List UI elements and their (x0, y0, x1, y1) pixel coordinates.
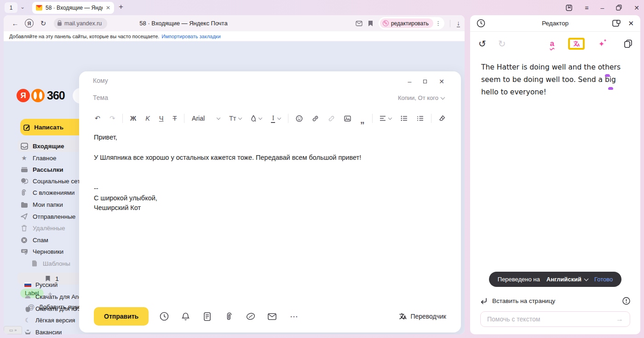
back-icon[interactable]: ← (8, 19, 22, 27)
window-minimize-icon[interactable]: – (600, 4, 604, 12)
tab-counter[interactable]: 1 (5, 2, 17, 13)
spam-icon (21, 237, 28, 244)
sidebar-item-templates[interactable]: Шаблоны (30, 258, 70, 269)
folder-label: С вложениями (33, 189, 75, 196)
inbox-icon (21, 143, 28, 150)
envelope-icon[interactable] (261, 313, 283, 320)
template-icon[interactable] (196, 312, 218, 321)
body-line: Чеширский Кот (94, 203, 443, 213)
collapsed-widget[interactable]: ▭» (4, 326, 22, 334)
clear-format-button[interactable] (434, 115, 450, 122)
url-field[interactable]: mail.yandex.ru (54, 18, 107, 29)
done-button[interactable]: Готово (594, 276, 613, 283)
notify-bell-icon[interactable] (175, 312, 196, 321)
quote-button[interactable]: „ (356, 115, 369, 122)
light-version-link[interactable]: ☾ Лёгкая версия (24, 315, 75, 325)
language-switch[interactable]: Русский (24, 280, 58, 290)
translator-button[interactable]: Переводчик (398, 312, 446, 321)
sidebar-item-trash[interactable]: Удалённые (20, 222, 65, 233)
editor-undo-icon[interactable]: ↺ (478, 38, 486, 49)
attach-file-icon[interactable] (218, 312, 240, 321)
compose-minimize-icon[interactable]: – (408, 78, 411, 85)
submit-arrow-icon[interactable]: → (616, 315, 623, 323)
send-button[interactable]: Отправить (94, 307, 149, 326)
text-color-select[interactable]: I (266, 114, 285, 123)
sidebar-item-social[interactable]: Социальные сети (20, 175, 84, 186)
format-toolbar: ↶ ↷ Ж K Ч T Arial Tт I „ (90, 110, 450, 127)
open-in-window-icon[interactable] (612, 20, 621, 27)
ai-prompt-field[interactable]: → (480, 311, 630, 327)
tab-close-icon[interactable]: ✕ (106, 5, 110, 11)
insert-to-page-button[interactable]: Вставить на страницу (480, 297, 630, 305)
compose-close-icon[interactable]: ✕ (439, 78, 444, 85)
italic-button[interactable]: K (141, 115, 155, 122)
font-family-select[interactable]: Arial (187, 115, 224, 122)
folder-label: Отправленные (33, 213, 75, 220)
ai-prompt-input[interactable] (487, 315, 616, 323)
numbered-list-button[interactable] (412, 116, 428, 121)
fill-color-select[interactable] (246, 115, 266, 122)
browser-tab[interactable]: 58 · Входящие — Яндек ✕ (32, 2, 114, 14)
sidebar-item-main[interactable]: ★ Главное (20, 152, 57, 163)
spellcheck-icon[interactable]: a (550, 39, 554, 48)
yandex360-logo[interactable]: Я 360 (17, 89, 65, 102)
bold-button[interactable]: Ж (126, 115, 141, 122)
sidebar-item-spam[interactable]: Спам (20, 234, 48, 245)
message-body[interactable]: Привет, У Шляпника все хорошо у остальны… (94, 133, 443, 213)
sidebar-item-inbox[interactable]: Входящие (20, 140, 64, 152)
edit-mode-button[interactable]: ✎ редактировать (380, 18, 433, 28)
subject-field[interactable]: Тема (93, 94, 108, 101)
strikethrough-button[interactable]: T (168, 115, 182, 122)
footer-label: Русский (35, 281, 58, 288)
cc-from-toggle[interactable]: Копии, От кого (398, 94, 444, 101)
tab-list-chevron-icon[interactable]: ⌄ (20, 4, 25, 10)
font-size-select[interactable]: Tт (224, 115, 247, 122)
bookmark-icon[interactable] (368, 20, 373, 27)
download-ios-link[interactable]: Скачать для iOS (24, 303, 81, 314)
vacancies-link[interactable]: Вакансии (24, 327, 62, 334)
new-tab-button[interactable]: + (119, 2, 123, 12)
editor-redo-icon[interactable]: ↻ (498, 38, 506, 49)
more-options-icon[interactable]: ⋯ (283, 312, 305, 321)
translated-text[interactable]: The Hatter is doing well and the others … (470, 56, 640, 99)
info-icon[interactable] (622, 297, 630, 305)
cursor-marker (605, 74, 610, 77)
insert-image-button[interactable] (339, 116, 356, 122)
sidebar-item-my-folders[interactable]: Мои папки (20, 199, 63, 210)
mail-notify-icon[interactable] (356, 21, 362, 26)
edit-more-icon[interactable]: ⋮ (435, 20, 443, 27)
paper-plane-icon (21, 213, 28, 220)
compose-expand-icon[interactable] (423, 80, 427, 83)
sidebar-item-attachments[interactable]: С вложениями (20, 187, 75, 198)
underline-button[interactable]: Ч (155, 115, 168, 122)
logo-360-circle (31, 89, 45, 102)
window-close-icon[interactable]: ✕ (634, 4, 639, 12)
undo-icon[interactable]: ↶ (90, 115, 105, 122)
emoji-button[interactable] (291, 115, 307, 122)
sidebar-item-sent[interactable]: Отправленные (20, 211, 75, 222)
unlink-button[interactable] (323, 115, 339, 122)
copy-icon[interactable] (624, 40, 632, 48)
yandex-button[interactable]: Я (25, 19, 34, 28)
apple-icon (25, 305, 31, 312)
menu-icon[interactable]: ≡ (585, 4, 588, 12)
sidebar-item-newsletters[interactable]: Рассылки (20, 164, 63, 175)
bullet-list-button[interactable] (396, 116, 412, 121)
import-bookmarks-link[interactable]: Импортировать закладки (161, 34, 220, 39)
link-button[interactable] (307, 115, 323, 122)
redo-icon[interactable]: ↷ (105, 115, 120, 122)
font-name: Arial (192, 115, 205, 122)
panel-bookmark-icon[interactable] (565, 4, 573, 12)
sidebar-item-drafts[interactable]: Черновики (20, 246, 63, 257)
align-select[interactable] (375, 116, 396, 121)
translate-icon-highlighted[interactable] (568, 38, 585, 50)
to-field[interactable]: Кому (93, 77, 108, 84)
signature-pen-icon[interactable] (240, 313, 261, 320)
ai-sparkle-icon[interactable]: ✦✦ (598, 40, 604, 48)
panel-close-icon[interactable]: ✕ (628, 19, 634, 28)
schedule-send-icon[interactable] (153, 312, 175, 321)
language-select[interactable]: Английский (546, 276, 588, 283)
download-icon[interactable]: ↓ (457, 20, 460, 27)
refresh-icon[interactable]: ↻ (36, 19, 50, 28)
window-restore-icon[interactable] (616, 5, 622, 11)
